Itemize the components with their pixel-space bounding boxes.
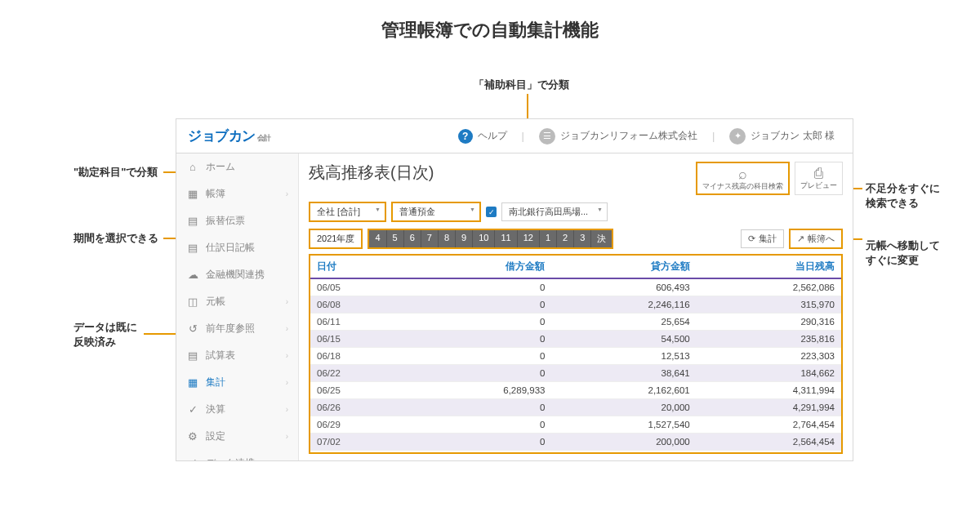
- sidebar-item-9[interactable]: ✓決算›: [176, 396, 298, 423]
- table-cell: 235,816: [697, 331, 841, 348]
- table-row: 06/050606,4932,562,086: [310, 278, 841, 296]
- month-button-8[interactable]: 8: [439, 230, 456, 247]
- sidebar-icon: ↺: [186, 322, 199, 335]
- sidebar-item-label: 帳簿: [206, 187, 286, 201]
- preview-button[interactable]: ⎙ プレビュー: [795, 162, 843, 195]
- sidebar-icon: ⚙: [186, 430, 199, 443]
- table-cell: 4,311,994: [697, 382, 841, 399]
- month-button-10[interactable]: 10: [473, 230, 495, 247]
- table-cell: 06/29: [310, 416, 407, 434]
- company-display[interactable]: ☰ ジョブカンリフォーム株式会社: [532, 128, 704, 145]
- sidebar-item-3[interactable]: ▤仕訳日記帳: [176, 234, 298, 261]
- sidebar-item-2[interactable]: ▤振替伝票: [176, 207, 298, 234]
- bank-select[interactable]: 南北銀行高田馬場...: [501, 202, 608, 221]
- month-button-1[interactable]: 1: [540, 230, 557, 247]
- chevron-right-icon: ›: [286, 189, 288, 198]
- divider: |: [712, 130, 715, 142]
- sidebar-item-8[interactable]: ▦集計›: [176, 369, 298, 396]
- column-header: 貸方金額: [551, 256, 696, 278]
- month-button-5[interactable]: 5: [387, 230, 404, 247]
- table-row: 06/26020,0004,291,994: [310, 399, 841, 416]
- sidebar-item-11[interactable]: ⇄データ連携›: [176, 450, 298, 460]
- table-cell: 06/25: [310, 382, 407, 399]
- month-button-2[interactable]: 2: [557, 230, 574, 247]
- table-cell: 200,000: [551, 434, 696, 451]
- table-row: 07/03024,0182,540,436: [310, 451, 841, 455]
- sidebar-item-6[interactable]: ↺前年度参照›: [176, 315, 298, 342]
- negative-balance-search-button[interactable]: ⌕ マイナス残高の科目検索: [696, 162, 790, 195]
- to-ledger-button[interactable]: ↗ 帳簿へ: [789, 229, 843, 249]
- help-link[interactable]: ? ヘルプ: [452, 129, 514, 144]
- month-button-4[interactable]: 4: [369, 230, 386, 247]
- table-cell: 20,000: [551, 399, 696, 416]
- table-row: 06/0802,246,116315,970: [310, 296, 841, 314]
- sidebar-item-label: ホーム: [206, 160, 288, 174]
- app-window: ジョブカン会計 ? ヘルプ | ☰ ジョブカンリフォーム株式会社 | ✦ ジョブ…: [176, 118, 853, 461]
- month-button-12[interactable]: 12: [518, 230, 540, 247]
- company-select[interactable]: 全社 [合計]: [309, 202, 386, 222]
- user-icon: ✦: [729, 128, 746, 145]
- account-select[interactable]: 普通預金: [391, 202, 481, 222]
- chevron-right-icon: ›: [286, 405, 288, 414]
- table-cell: 4,291,994: [697, 399, 841, 416]
- sidebar-item-label: 設定: [206, 429, 286, 443]
- table-row: 06/15054,500235,816: [310, 331, 841, 348]
- column-header: 当日残高: [697, 256, 841, 278]
- header: ジョブカン会計 ? ヘルプ | ☰ ジョブカンリフォーム株式会社 | ✦ ジョブ…: [176, 119, 853, 153]
- sidebar-item-label: 仕訳日記帳: [206, 241, 288, 255]
- sidebar-item-10[interactable]: ⚙設定›: [176, 423, 298, 450]
- table-cell: 2,540,436: [697, 451, 841, 455]
- sidebar-item-0[interactable]: ⌂ホーム: [176, 153, 298, 180]
- ledger-label: 帳簿へ: [808, 233, 835, 245]
- share-icon: ↗: [797, 233, 804, 244]
- table-cell: 290,316: [697, 314, 841, 331]
- table-cell: 0: [407, 399, 551, 416]
- month-button-3[interactable]: 3: [574, 230, 591, 247]
- chevron-right-icon: ›: [286, 297, 288, 306]
- user-display[interactable]: ✦ ジョブカン 太郎 様: [723, 128, 841, 145]
- search-icon: ⌕: [738, 167, 747, 181]
- sidebar-item-5[interactable]: ◫元帳›: [176, 288, 298, 315]
- sidebar-item-label: 決算: [206, 402, 286, 416]
- month-button-7[interactable]: 7: [421, 230, 439, 247]
- month-button-9[interactable]: 9: [456, 230, 473, 247]
- table-row: 06/2901,527,5402,764,454: [310, 416, 841, 434]
- table-row: 07/020200,0002,564,454: [310, 434, 841, 451]
- divider: |: [522, 130, 524, 142]
- sidebar-item-1[interactable]: ▦帳簿›: [176, 180, 298, 207]
- month-button-11[interactable]: 11: [495, 230, 517, 247]
- table-cell: 184,662: [697, 365, 841, 382]
- sidebar-item-7[interactable]: ▤試算表›: [176, 342, 298, 369]
- table-row: 06/18012,513223,303: [310, 348, 841, 365]
- aggregate-button[interactable]: ⟳ 集計: [741, 229, 784, 248]
- month-button-決[interactable]: 決: [591, 230, 612, 247]
- month-selector: 456789101112123決: [368, 229, 613, 249]
- table-cell: 12,513: [551, 348, 696, 365]
- table-row: 06/256,289,9332,162,6014,311,994: [310, 382, 841, 399]
- sidebar-icon: ▦: [186, 376, 199, 389]
- table-cell: 06/18: [310, 348, 407, 365]
- chevron-right-icon: ›: [286, 432, 288, 441]
- table-cell: 07/03: [310, 451, 407, 455]
- table-cell: 0: [407, 331, 551, 348]
- sidebar-item-label: 前年度参照: [206, 322, 286, 336]
- table-cell: 0: [407, 365, 551, 382]
- main-panel: 残高推移表(日次) ⌕ マイナス残高の科目検索 ⎙ プレビュー 全社 [合計] …: [299, 153, 853, 460]
- sidebar-item-label: データ連携: [206, 456, 286, 460]
- year-select[interactable]: 2021年度: [309, 229, 363, 249]
- table-cell: 2,764,454: [697, 416, 841, 434]
- month-button-6[interactable]: 6: [404, 230, 421, 247]
- table-cell: 38,641: [551, 365, 696, 382]
- main-heading: 残高推移表(日次): [309, 162, 434, 184]
- sidebar-icon: ✓: [186, 403, 199, 416]
- table-cell: 2,246,116: [551, 296, 696, 314]
- sidebar-item-4[interactable]: ☁金融機関連携: [176, 261, 298, 288]
- table-cell: 0: [407, 348, 551, 365]
- column-header: 日付: [310, 256, 407, 278]
- table-cell: 0: [407, 314, 551, 331]
- table-cell: 06/05: [310, 278, 407, 296]
- table-cell: 0: [407, 416, 551, 434]
- filter-checkbox[interactable]: ✓: [486, 207, 497, 217]
- action-label: プレビュー: [800, 180, 837, 191]
- table-cell: 54,500: [551, 331, 696, 348]
